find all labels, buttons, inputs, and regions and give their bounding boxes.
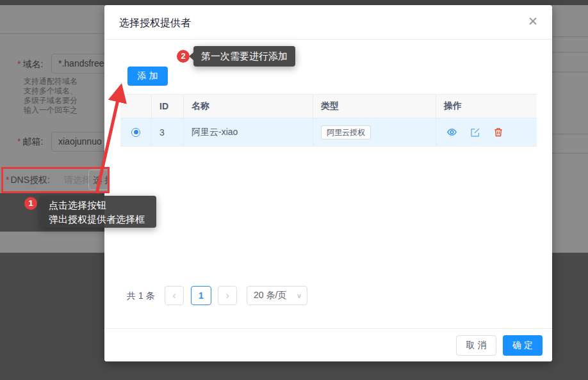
step-1-badge: 1: [24, 197, 37, 210]
cell-select: [120, 118, 152, 146]
tooltip-notch: [189, 52, 193, 60]
col-header-select: [120, 95, 152, 118]
step-1-tooltip-line: 点击选择按钮: [49, 198, 156, 212]
modal-title: 选择授权提供者: [119, 17, 191, 30]
prev-page-button[interactable]: ‹: [165, 286, 184, 305]
action-icons: [446, 127, 503, 138]
step-1-tooltip-line: 弹出授权提供者选择框: [49, 212, 156, 226]
required-star-icon: *: [6, 175, 9, 185]
close-icon[interactable]: ✕: [528, 15, 538, 28]
screen: *域名: *.handsfree 支持通配符域名 支持多个域名、 多级子域名要分…: [0, 0, 588, 380]
pagination-total: 共 1 条: [127, 286, 155, 305]
cell-actions: [436, 118, 537, 146]
radio-dot: [134, 130, 138, 134]
page-number-button[interactable]: 1: [191, 286, 211, 305]
cell-type: 阿里云授权: [313, 118, 436, 146]
dns-select-button[interactable]: 选 择: [88, 170, 110, 190]
step-2-tooltip: 第一次需要进行添加: [193, 46, 295, 67]
cell-id: 3: [152, 118, 184, 146]
dns-placeholder: 请选择: [64, 175, 91, 186]
provider-table: ID 名称 类型 操作 3 阿里云-xiao 阿里云授权: [120, 94, 537, 146]
view-icon[interactable]: [446, 127, 457, 138]
table-row[interactable]: 3 阿里云-xiao 阿里云授权: [120, 118, 537, 146]
modal-footer: 取 消 确 定: [104, 328, 552, 361]
col-header-actions: 操作: [436, 95, 537, 118]
cancel-button[interactable]: 取 消: [456, 335, 496, 356]
col-header-id: ID: [152, 95, 184, 118]
confirm-button[interactable]: 确 定: [503, 335, 543, 356]
table-header-row: ID 名称 类型 操作: [120, 95, 537, 118]
select-provider-modal: 选择授权提供者 ✕ 添 加 ID 名称 类型 操作 3 阿里云-xiao 阿里云…: [104, 5, 552, 361]
col-header-name: 名称: [184, 95, 313, 118]
type-tag: 阿里云授权: [321, 125, 371, 139]
dns-label: *DNS授权:: [6, 175, 50, 186]
pagination: 共 1 条 ‹ 1 › 20 条/页 ∨: [104, 286, 552, 305]
step-2-badge: 2: [177, 50, 190, 63]
chevron-down-icon: ∨: [297, 292, 302, 300]
annotation-highlight-rect: *DNS授权: 请选择 选 择: [1, 167, 110, 193]
step-2-tooltip-text: 第一次需要进行添加: [201, 51, 288, 61]
page-size-value: 20 条/页: [254, 290, 286, 301]
modal-header: 选择授权提供者 ✕: [104, 5, 552, 40]
step-1-tooltip: 点击选择按钮 弹出授权提供者选择框: [40, 196, 156, 228]
edit-icon[interactable]: [470, 127, 480, 138]
add-provider-button[interactable]: 添 加: [127, 67, 168, 86]
cell-name: 阿里云-xiao: [184, 118, 313, 146]
radio-selected[interactable]: [131, 128, 140, 137]
col-header-type: 类型: [313, 95, 436, 118]
delete-icon[interactable]: [493, 127, 503, 138]
next-page-button[interactable]: ›: [218, 286, 237, 305]
page-size-select[interactable]: 20 条/页 ∨: [247, 286, 307, 305]
